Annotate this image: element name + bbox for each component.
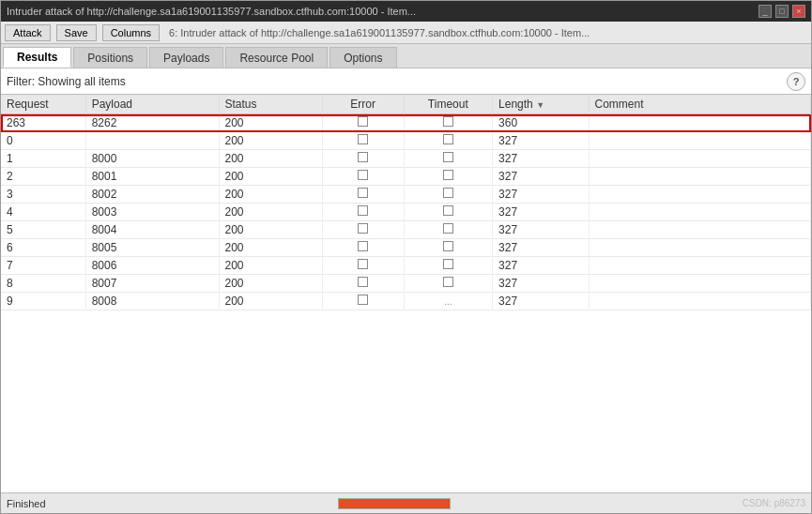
tab-bar: Results Positions Payloads Resource Pool… (1, 44, 811, 68)
tab-positions[interactable]: Positions (73, 47, 147, 68)
cell-error-checkbox[interactable] (358, 259, 368, 269)
cell-comment (589, 204, 810, 221)
table-row[interactable]: 18000200327 (1, 150, 811, 168)
toolbar: Attack Save Columns 6: Intruder attack o… (1, 22, 811, 44)
cell-timeout-checkbox[interactable] (443, 205, 453, 216)
cell-timeout-checkbox[interactable] (443, 116, 453, 127)
table-row[interactable]: 58004200327 (1, 221, 811, 239)
results-table: Request Payload Status Error Timeout Len… (1, 95, 811, 310)
tab-results[interactable]: Results (3, 47, 71, 68)
cell-error-checkbox[interactable] (358, 188, 368, 198)
table-row[interactable]: 0200327 (1, 132, 811, 150)
cell-status: 200 (219, 132, 322, 150)
table-row[interactable]: 2638262200360 (1, 114, 811, 132)
cell-timeout-checkbox[interactable] (443, 170, 453, 180)
progress-bar-container (338, 498, 451, 509)
results-table-container[interactable]: Request Payload Status Error Timeout Len… (1, 95, 811, 492)
main-window: Intruder attack of http://challenge.sa1a… (0, 0, 812, 514)
cell-timeout (404, 204, 493, 221)
table-row[interactable]: 98008200...327 (1, 293, 811, 310)
columns-button[interactable]: Columns (102, 24, 160, 41)
help-button[interactable]: ? (787, 72, 805, 91)
col-header-status[interactable]: Status (219, 95, 322, 114)
cell-timeout (404, 186, 493, 204)
cell-error-checkbox[interactable] (358, 241, 368, 251)
cell-error-checkbox[interactable] (358, 134, 368, 144)
close-button[interactable]: × (792, 5, 805, 18)
cell-error (322, 221, 404, 239)
table-row[interactable]: 38002200327 (1, 186, 811, 204)
cell-comment (589, 114, 810, 132)
cell-error (322, 257, 404, 275)
cell-error (322, 150, 404, 168)
cell-timeout-checkbox[interactable] (443, 223, 453, 234)
col-header-error[interactable]: Error (322, 95, 404, 114)
cell-error (322, 132, 404, 150)
cell-comment (589, 239, 810, 257)
tab-payloads[interactable]: Payloads (149, 47, 223, 68)
cell-timeout-checkbox[interactable] (443, 259, 453, 269)
cell-payload: 8004 (85, 221, 219, 239)
cell-error (322, 275, 404, 293)
status-bar: Finished CSDN: p86273 (1, 492, 811, 513)
cell-payload: 8262 (85, 114, 219, 132)
cell-status: 200 (219, 293, 322, 310)
cell-error-checkbox[interactable] (358, 223, 368, 234)
cell-request: 263 (1, 114, 85, 132)
status-label: Finished (7, 498, 46, 509)
cell-comment (589, 275, 810, 293)
cell-length: 327 (493, 275, 589, 293)
filter-bar: Filter: Showing all items ? (1, 68, 811, 95)
cell-timeout-checkbox[interactable] (443, 188, 453, 198)
cell-request: 6 (1, 239, 85, 257)
cell-request: 0 (1, 132, 85, 150)
col-header-request[interactable]: Request (1, 95, 85, 114)
title-bar-buttons: _ □ × (758, 5, 805, 18)
cell-payload: 8006 (85, 257, 219, 275)
tab-options[interactable]: Options (329, 47, 396, 68)
cell-timeout-checkbox[interactable] (443, 277, 453, 287)
cell-error (322, 204, 404, 221)
minimize-button[interactable]: _ (758, 5, 772, 18)
cell-error-checkbox[interactable] (358, 152, 368, 162)
cell-error-checkbox[interactable] (358, 295, 368, 305)
table-row[interactable]: 48003200327 (1, 204, 811, 221)
cell-request: 2 (1, 168, 85, 186)
maximize-button[interactable]: □ (775, 5, 789, 18)
cell-error-checkbox[interactable] (358, 116, 368, 127)
filter-text: Filter: Showing all items (7, 75, 126, 88)
cell-error-checkbox[interactable] (358, 170, 368, 180)
cell-timeout-checkbox[interactable] (443, 241, 453, 251)
col-header-comment[interactable]: Comment (589, 95, 810, 114)
table-row[interactable]: 88007200327 (1, 275, 811, 293)
cell-status: 200 (219, 257, 322, 275)
table-row[interactable]: 68005200327 (1, 239, 811, 257)
save-button[interactable]: Save (56, 24, 97, 41)
attack-button[interactable]: Attack (5, 24, 51, 41)
cell-request: 8 (1, 275, 85, 293)
cell-length: 327 (493, 204, 589, 221)
table-row[interactable]: 78006200327 (1, 257, 811, 275)
sort-icon: ▼ (536, 100, 544, 110)
cell-payload: 8008 (85, 293, 219, 310)
table-row[interactable]: 28001200327 (1, 168, 811, 186)
cell-status: 200 (219, 186, 322, 204)
cell-error-checkbox[interactable] (358, 277, 368, 287)
cell-error (322, 186, 404, 204)
cell-error (322, 293, 404, 310)
col-header-timeout[interactable]: Timeout (404, 95, 493, 114)
cell-error-checkbox[interactable] (358, 205, 368, 216)
cell-request: 3 (1, 186, 85, 204)
cell-timeout (404, 150, 493, 168)
col-header-length[interactable]: Length ▼ (493, 95, 589, 114)
progress-bar-fill (339, 499, 450, 508)
cell-timeout-checkbox[interactable] (443, 134, 453, 144)
cell-payload: 8007 (85, 275, 219, 293)
cell-timeout-checkbox[interactable] (443, 152, 453, 162)
cell-timeout (404, 114, 493, 132)
cell-comment (589, 186, 810, 204)
cell-status: 200 (219, 168, 322, 186)
cell-status: 200 (219, 221, 322, 239)
tab-resource-pool[interactable]: Resource Pool (225, 47, 328, 68)
col-header-payload[interactable]: Payload (85, 95, 219, 114)
